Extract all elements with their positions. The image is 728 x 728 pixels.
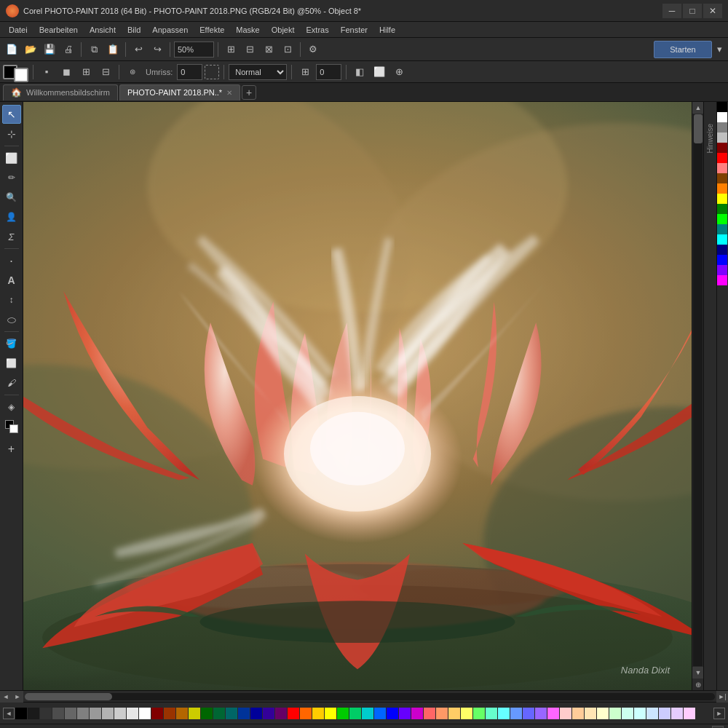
tool-rect-select[interactable]: ⬜	[2, 149, 21, 167]
start-dropdown[interactable]: ▾	[713, 41, 725, 58]
opacity-btn[interactable]: ⊞	[296, 63, 314, 81]
menu-item-hilfe[interactable]: Hilfe	[373, 24, 401, 36]
menu-item-bearbeiten[interactable]: Bearbeiten	[33, 24, 84, 36]
color-swatch-bottom[interactable]	[15, 708, 27, 719]
color-swatch-bottom[interactable]	[486, 708, 497, 719]
blend-mode-dropdown[interactable]: Normal Multiplizieren Überlagern	[229, 64, 287, 80]
color-swatch-right[interactable]	[717, 153, 727, 163]
menu-item-fenster[interactable]: Fenster	[335, 24, 373, 36]
tool-transform[interactable]: ⊹	[2, 124, 21, 143]
color-swatch-right[interactable]	[717, 112, 727, 122]
tool-sigma[interactable]: Σ	[2, 227, 21, 246]
hscroll-track[interactable]	[25, 693, 715, 700]
brush-style1[interactable]: ▪	[38, 63, 55, 81]
color-swatch-right[interactable]	[717, 214, 727, 224]
menu-item-maske[interactable]: Maske	[230, 24, 265, 36]
tool-fg-bg[interactable]	[2, 417, 21, 436]
color-swatch-bottom[interactable]	[176, 708, 188, 719]
color-swatch-bottom[interactable]	[226, 708, 237, 719]
tool-rect2[interactable]: ⬜	[2, 354, 21, 373]
palette-right-arrow[interactable]: ►	[713, 708, 725, 719]
canvas-area[interactable]: Nanda Dixit	[23, 102, 692, 690]
color-swatch-bottom[interactable]	[349, 708, 361, 719]
color-swatch-bottom[interactable]	[250, 708, 262, 719]
tool-fill[interactable]: 🪣	[2, 334, 21, 353]
brush-mode[interactable]: ⊛	[124, 63, 141, 81]
brush-option[interactable]: ⊟	[97, 63, 114, 81]
copy-button[interactable]: ⧉	[85, 41, 103, 58]
color-swatch-bottom[interactable]	[151, 708, 163, 719]
color-swatch-bottom[interactable]	[201, 708, 213, 719]
lock-alpha-btn[interactable]: ◧	[351, 63, 368, 81]
color-swatch-right[interactable]	[717, 204, 727, 214]
tool-person[interactable]: 👤	[2, 207, 21, 226]
color-swatch-right[interactable]	[717, 224, 727, 234]
color-swatch-bottom[interactable]	[263, 708, 274, 719]
new-button[interactable]: 📄	[3, 41, 20, 58]
color-swatch-bottom[interactable]	[535, 708, 547, 719]
minimize-button[interactable]: ─	[662, 4, 681, 18]
color-swatch-bottom[interactable]	[671, 708, 683, 719]
paste-button[interactable]: 📋	[104, 41, 122, 58]
color-swatch-bottom[interactable]	[374, 708, 386, 719]
color-swatch-bottom[interactable]	[102, 708, 114, 719]
color-swatch-bottom[interactable]	[634, 708, 646, 719]
tool-dot[interactable]: ·	[2, 251, 21, 270]
color-swatch-bottom[interactable]	[646, 708, 658, 719]
color-swatch-bottom[interactable]	[52, 708, 64, 719]
color-swatch-bottom[interactable]	[300, 708, 312, 719]
color-swatch-bottom[interactable]	[498, 708, 510, 719]
layer-btn[interactable]: ⬜	[371, 63, 388, 81]
color-swatch-bottom[interactable]	[411, 708, 423, 719]
color-swatch-bottom[interactable]	[40, 708, 52, 719]
tool-zoom[interactable]: 🔍	[2, 188, 21, 207]
color-swatch-right[interactable]	[717, 265, 727, 275]
menu-item-ansicht[interactable]: Ansicht	[84, 24, 122, 36]
color-swatch-bottom[interactable]	[238, 708, 250, 719]
menu-item-objekt[interactable]: Objekt	[266, 24, 301, 36]
color-swatch-right[interactable]	[717, 275, 727, 285]
color-swatch-right[interactable]	[717, 102, 727, 112]
tab-document[interactable]: PHOTO-PAINT 2018.PN..* ✕	[119, 84, 240, 100]
redo-button[interactable]: ↪	[149, 41, 166, 58]
color-swatch-bottom[interactable]	[288, 708, 299, 719]
color-swatch-bottom[interactable]	[387, 708, 398, 719]
menu-item-bild[interactable]: Bild	[122, 24, 146, 36]
color-swatch-bottom[interactable]	[114, 708, 126, 719]
color-swatch-bottom[interactable]	[585, 708, 596, 719]
tb-icon3[interactable]: ⊠	[260, 41, 277, 58]
zoom-icon[interactable]: ⊕	[694, 679, 703, 690]
color-swatch-bottom[interactable]	[65, 708, 76, 719]
color-swatch-bottom[interactable]	[684, 708, 695, 719]
status-right-button[interactable]: ⊞	[712, 726, 724, 729]
tab-welcome[interactable]: 🏠 Willkommensbildschirm	[3, 84, 118, 100]
color-swatch-right[interactable]	[717, 245, 727, 255]
scrollbar-thumb[interactable]	[694, 114, 703, 143]
color-swatch-bottom[interactable]	[473, 708, 485, 719]
tool-ellipse[interactable]: ⬭	[2, 310, 21, 329]
tb-icon1[interactable]: ⊞	[222, 41, 240, 58]
start-button[interactable]: Starten	[654, 41, 712, 58]
menu-item-extras[interactable]: Extras	[301, 24, 335, 36]
scroll-down-button[interactable]: ▼	[692, 667, 704, 678]
opacity-input[interactable]	[316, 64, 341, 80]
color-swatch-bottom[interactable]	[213, 708, 225, 719]
color-swatch-right[interactable]	[717, 163, 727, 173]
color-swatch-bottom[interactable]	[510, 708, 522, 719]
color-swatch-bottom[interactable]	[448, 708, 460, 719]
color-swatch-bottom[interactable]	[189, 708, 200, 719]
menu-item-effekte[interactable]: Effekte	[194, 24, 230, 36]
print-button[interactable]: 🖨	[60, 41, 77, 58]
menu-item-anpassen[interactable]: Anpassen	[146, 24, 194, 36]
color-swatch-bottom[interactable]	[28, 708, 39, 719]
color-swatch-bottom[interactable]	[436, 708, 448, 719]
tb-icon4[interactable]: ⊡	[279, 41, 296, 58]
outline-input[interactable]: 0	[177, 64, 202, 80]
menu-item-datei[interactable]: Datei	[3, 24, 33, 36]
color-swatch-bottom[interactable]	[609, 708, 621, 719]
color-swatch-right[interactable]	[717, 194, 727, 204]
zoom-input[interactable]: 50%	[174, 41, 214, 58]
undo-button[interactable]: ↩	[130, 41, 147, 58]
color-swatch-right[interactable]	[717, 255, 727, 265]
hints-panel[interactable]: Hinweise	[703, 102, 716, 690]
